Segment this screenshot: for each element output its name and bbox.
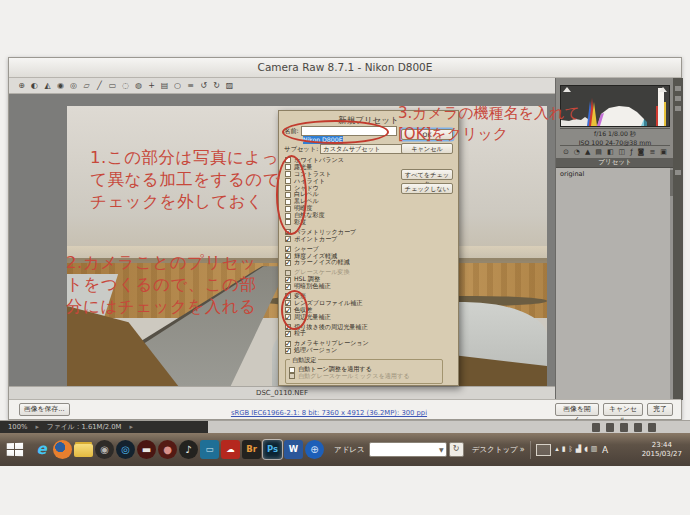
crop-tool-icon[interactable]: ▱ — [82, 82, 91, 90]
app-glyph: Br — [246, 445, 257, 454]
app-glyph: e — [36, 442, 46, 457]
keyboard-icon[interactable] — [536, 444, 551, 456]
annotation-line: て異なる加工をするので — [90, 169, 280, 191]
radial-filter-tool-icon[interactable]: ○ — [173, 82, 182, 90]
split-toning-tab-icon[interactable]: ◧ — [607, 147, 614, 157]
tray-glyph: ◖ — [584, 445, 588, 453]
effects-tab-icon[interactable]: ƒ — [630, 147, 632, 157]
checkbox[interactable] — [285, 331, 291, 337]
checkbox[interactable] — [289, 367, 295, 373]
ime-mode-indicator[interactable]: A — [602, 445, 608, 455]
delete-icon[interactable]: ▨ — [225, 82, 234, 90]
red-eye-tool-icon[interactable]: ◍ — [134, 82, 143, 90]
media-app-red-icon[interactable]: ▬ — [137, 440, 156, 459]
app-glyph: Ps — [267, 445, 278, 454]
chevron-down-icon[interactable]: ▼ — [439, 446, 444, 453]
app-glyph: ◉ — [100, 445, 109, 455]
word-icon[interactable]: W — [284, 440, 303, 459]
tray-expand-icon[interactable]: ▴ — [555, 446, 559, 453]
rotate-left-icon[interactable]: ↺ — [199, 82, 208, 90]
media-player-icon[interactable]: ◎ — [116, 440, 135, 459]
check-none-button[interactable]: チェックしない — [401, 183, 453, 194]
window-titlebar[interactable]: Camera Raw 8.7.1 - Nikon D800E — [9, 58, 681, 78]
checkbox-label: 自動グレースケールミックスを適用する — [298, 372, 409, 381]
bridge-icon[interactable]: Br — [242, 440, 261, 459]
photoshop-background-band: 100% ▸ ファイル：1.61M/2.0M ▸ — [0, 420, 690, 433]
checkbox[interactable] — [285, 260, 291, 266]
panel-edge-strip[interactable] — [673, 78, 683, 400]
system-tray: ▴▮ᛒ▟◖▥ — [554, 446, 599, 453]
setting-row[interactable]: カラーノイズの軽減 — [285, 259, 399, 266]
straighten-tool-icon[interactable]: ╱ — [95, 82, 104, 90]
setting-row[interactable]: 自動グレースケールミックスを適用する — [289, 373, 439, 380]
zoom-tool-icon[interactable]: ⊕ — [17, 82, 26, 90]
hsl-grayscale-tab-icon[interactable]: ▤ — [595, 147, 602, 157]
firefox-icon[interactable] — [53, 440, 72, 459]
annotation-note3: 3.カメラの機種名を入れて[OK]をクリック — [398, 103, 580, 145]
auto-settings-group: 自動設定 自動トーン調整を適用する自動グレースケールミックスを適用する — [285, 359, 443, 384]
remote-desktop-icon[interactable]: ▭ — [200, 440, 219, 459]
subset-dropdown[interactable]: カスタムサブセット ▾ — [320, 144, 408, 154]
creative-cloud-icon[interactable]: ☁ — [221, 440, 240, 459]
checkbox[interactable] — [285, 284, 291, 290]
basic-tab-icon[interactable]: ⊙ — [563, 147, 569, 157]
checkbox[interactable] — [285, 236, 291, 242]
annotation-line: トをつくるので、この部 — [66, 274, 257, 296]
done-button[interactable]: 完了 — [647, 403, 673, 416]
cancel-button[interactable]: キャンセル — [603, 403, 643, 416]
checkbox-label: 粒子 — [294, 329, 306, 338]
photoshop-icon[interactable]: Ps — [263, 440, 282, 459]
save-image-button[interactable]: 画像を保存... — [19, 403, 70, 416]
tool-glyph: ↺ — [200, 81, 207, 90]
adjustment-brush-tool-icon[interactable]: + — [147, 82, 156, 90]
desktop-toolbar-label[interactable]: デスクトップ — [472, 445, 518, 455]
color-sampler-tool-icon[interactable]: ◉ — [56, 82, 65, 90]
media-app-darkred-icon[interactable]: ● — [158, 440, 177, 459]
tool-glyph: ≡ — [187, 81, 194, 90]
hand-tool-icon[interactable]: ◐ — [30, 82, 39, 90]
network-app-icon[interactable]: ⊕ — [305, 440, 324, 459]
bluetooth-icon[interactable]: ᛒ — [569, 446, 573, 453]
preferences-icon[interactable]: ≡ — [186, 82, 195, 90]
tone-curve-tab-icon[interactable]: ◔ — [574, 147, 580, 157]
shadow-clipping-icon[interactable] — [563, 87, 571, 92]
snapshots-tab-icon[interactable]: ▣ — [660, 147, 667, 157]
itunes-icon[interactable]: ♪ — [179, 440, 198, 459]
lens-corrections-tab-icon[interactable]: ◫ — [619, 147, 626, 157]
filename-bar: DSC_0110.NEF — [9, 386, 555, 400]
address-input[interactable]: ▼ — [369, 442, 447, 457]
network-signal-icon[interactable]: ▟ — [576, 446, 581, 453]
checkbox[interactable] — [285, 348, 291, 354]
check-all-button[interactable]: すべてをチェック — [401, 169, 453, 180]
camera-app-icon[interactable]: ◉ — [95, 440, 114, 459]
start-button[interactable] — [7, 443, 24, 457]
app-glyph: ◎ — [121, 445, 130, 455]
annotation-note2: 2.カメラことのプリセットをつくるので、この部分にはチェックを入れる — [66, 252, 257, 318]
graduated-filter-tool-icon[interactable]: ▤ — [160, 82, 169, 90]
white-balance-tool-icon[interactable]: ◭ — [43, 82, 52, 90]
taskbar-clock[interactable]: 23:44 2015/03/27 — [642, 441, 686, 458]
refresh-icon[interactable]: ↻ — [449, 442, 464, 457]
checkbox[interactable] — [289, 373, 295, 379]
file-explorer-icon[interactable] — [74, 444, 93, 457]
presets-tab-icon[interactable]: ≡ — [649, 147, 655, 157]
tray-glyph: ᛒ — [569, 445, 573, 453]
targeted-adjustment-tool-icon[interactable]: ◎ — [69, 82, 78, 90]
setting-row[interactable]: 明暗別色補正 — [285, 283, 399, 290]
internet-explorer-icon[interactable]: e — [32, 440, 51, 459]
spot-removal-tool-icon[interactable]: ◌ — [121, 82, 130, 90]
action-center-icon[interactable]: ▥ — [591, 446, 598, 453]
window-bottom-bar: 画像を保存... sRGB IEC61966-2.1: 8 bit: 7360 … — [9, 399, 681, 419]
highlight-clipping-icon[interactable] — [659, 87, 667, 92]
open-image-button[interactable]: 画像を開く — [555, 403, 599, 416]
transform-tool-icon[interactable]: ▭ — [108, 82, 117, 90]
rotate-right-icon[interactable]: ↻ — [212, 82, 221, 90]
workflow-options-link[interactable]: sRGB IEC61966-2.1: 8 bit: 7360 x 4912 (3… — [231, 409, 427, 417]
toolbar-chevron-icon[interactable]: » — [520, 445, 525, 454]
battery-icon[interactable]: ▮ — [562, 446, 566, 453]
volume-icon[interactable]: ◖ — [584, 446, 588, 453]
annotation-line: 1.この部分は写真によっ — [90, 147, 280, 169]
camera-calibration-tab-icon[interactable]: ◙ — [638, 147, 645, 157]
preset-item[interactable]: original — [556, 168, 674, 178]
detail-tab-icon[interactable]: ▲ — [585, 147, 590, 157]
